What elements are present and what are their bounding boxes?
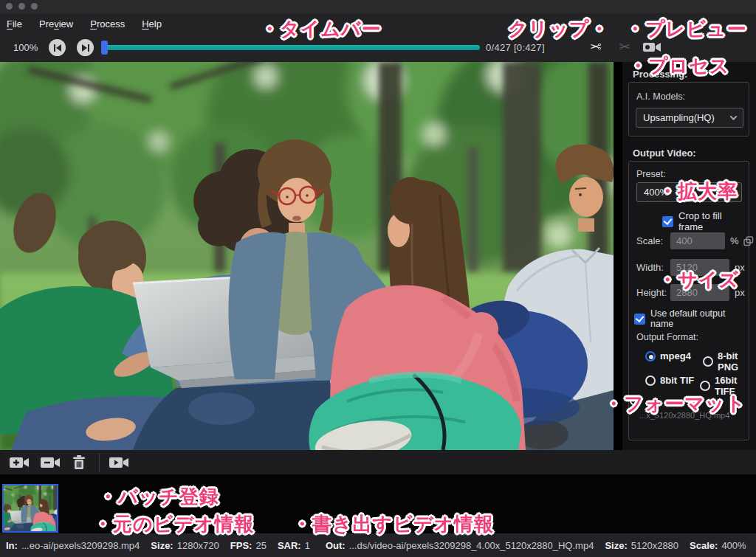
format-label: mpeg4 (660, 350, 691, 361)
crop-checkbox-label: Crop to fill frame (678, 210, 749, 232)
radio-icon[interactable] (703, 356, 713, 367)
video-camera-icon (643, 40, 662, 55)
annotation-process: ・プロセス (628, 53, 729, 79)
skip-end-button[interactable] (77, 39, 94, 56)
annotation-export-info: ・書き出すビデオ情報 (292, 511, 494, 537)
ai-model-select[interactable]: Upsampling(HQ) (636, 108, 743, 128)
format-mpeg4-option: mpeg4 (645, 350, 691, 361)
default-name-row: Use default output name (634, 308, 749, 329)
timeline-slider-handle[interactable] (101, 41, 108, 55)
process-video-icon (109, 455, 129, 470)
default-name-checkbox[interactable] (634, 314, 645, 325)
remove-video-icon (40, 455, 61, 470)
format-8bit-tif-option: 8bit TIF (645, 375, 694, 386)
menu-preview[interactable]: Preview (39, 18, 73, 30)
preset-label: Preset: (636, 169, 666, 179)
annotation-format: ・フォーマット (604, 391, 746, 417)
annotation-timebar: ・タイムバー (260, 16, 381, 42)
radio-selected-icon[interactable] (645, 351, 656, 361)
radio-icon[interactable] (700, 381, 710, 391)
scale-label: Scale: (636, 235, 670, 246)
crop-checkbox[interactable] (662, 216, 673, 227)
annotation-preview: ・プレビュー (625, 16, 746, 42)
status-in: In:...eo-ai/pexels3209298.mp4 (6, 540, 140, 551)
radio-icon[interactable] (645, 376, 656, 386)
output-format-label: Output Format: (636, 332, 698, 342)
batch-item-thumbnail[interactable] (2, 484, 58, 533)
ai-model-value: Upsampling(HQ) (643, 112, 715, 123)
annotation-size: ・サイズ (658, 267, 739, 293)
frame-counter: 0/427 [0:427] (486, 42, 545, 53)
menu-process[interactable]: Process (90, 18, 125, 30)
window-close-button[interactable] (6, 3, 13, 10)
titlebar (0, 0, 756, 13)
status-out: Out:...ds/video-ai/pexels3209298_4.00x_5… (326, 540, 594, 551)
remove-video-button[interactable] (40, 455, 61, 470)
add-video-button[interactable] (9, 455, 30, 470)
video-frame (0, 62, 614, 450)
status-fps: FPS:25 (230, 540, 267, 551)
batch-toolbar (0, 450, 756, 474)
status-scale: Scale:400% (690, 540, 746, 551)
thumbnail-image (4, 485, 57, 531)
skip-start-icon (54, 44, 61, 52)
scale-input[interactable] (670, 232, 725, 249)
status-out-size: Size:5120x2880 (605, 540, 678, 551)
scale-unit: % (730, 235, 739, 246)
add-video-icon (9, 455, 30, 470)
window-minimize-button[interactable] (18, 3, 25, 10)
delete-button[interactable] (71, 454, 87, 471)
annotation-scale: ・拡大率 (658, 179, 738, 204)
chevron-down-icon (730, 113, 738, 120)
ai-models-group: A.I. Models: Upsampling(HQ) (628, 82, 749, 136)
menu-help[interactable]: Help (142, 18, 162, 30)
app-window: File Preview Process Help 100% 0/427 [0:… (0, 0, 756, 557)
toolbar-separator (99, 453, 100, 472)
zoom-level: 100% (13, 42, 38, 53)
window-zoom-button[interactable] (31, 3, 38, 10)
trash-icon (71, 454, 87, 471)
ai-models-label: A.I. Models: (636, 91, 685, 102)
annotation-batch: ・バッチ登録 (98, 484, 219, 510)
status-in-size: Size:1280x720 (151, 540, 219, 551)
default-name-checkbox-label: Use default output name (650, 308, 749, 329)
skip-start-button[interactable] (49, 39, 66, 56)
process-video-button[interactable] (109, 455, 129, 470)
annotation-source-info: ・元のビデオ情報 (93, 511, 254, 537)
crop-to-fill-row: Crop to fill frame (662, 210, 749, 232)
link-scale-icon[interactable] (743, 236, 754, 246)
status-sar: SAR:1 (278, 540, 310, 551)
annotation-clip: クリップ・ (508, 16, 609, 42)
format-8bit-png-option: 8-bit PNG (703, 350, 749, 373)
format-label: 8bit TIF (660, 375, 694, 386)
menu-file[interactable]: File (7, 18, 22, 30)
scale-row: Scale: % (636, 232, 754, 249)
format-label: 8-bit PNG (718, 350, 749, 373)
skip-end-icon (82, 44, 89, 52)
video-preview[interactable] (0, 62, 622, 450)
timeline-slider-track[interactable] (103, 45, 480, 50)
output-video-label: Output Video: (633, 148, 696, 159)
